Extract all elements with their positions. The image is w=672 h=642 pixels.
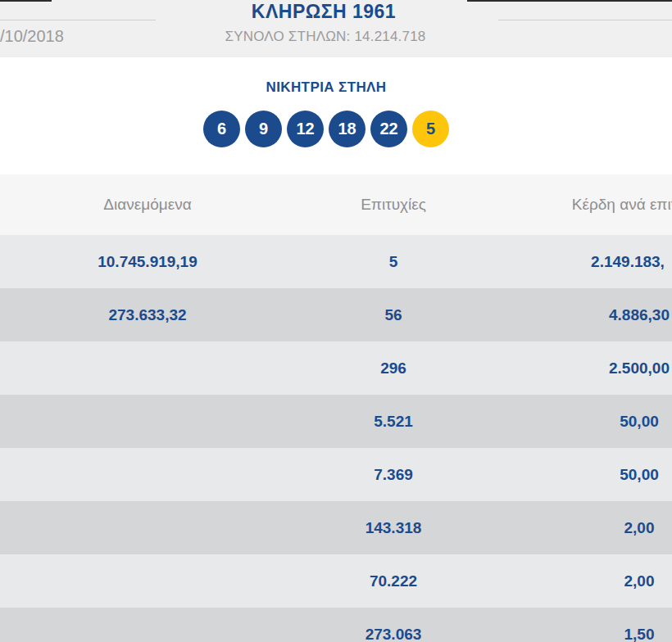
table-row: 273.0631,50 (0, 608, 672, 642)
column-header-prize: Κέρδη ανά επιτ (477, 174, 672, 235)
prize-per-winner: 50,00 (492, 448, 672, 501)
column-header-winners: Επιτυχίες (295, 174, 492, 235)
distributed-amount (0, 395, 295, 448)
bonus-number-ball: 5 (412, 111, 449, 147)
prize-per-winner: 2,00 (492, 554, 672, 608)
table-body: 10.745.919,1952.149.183,273.633,32564.88… (0, 235, 672, 642)
distributed-amount: 273.633,32 (0, 288, 295, 341)
distributed-amount (0, 554, 295, 608)
column-header-distributed: Διανεμόμενα (0, 174, 295, 235)
prize-per-winner: 50,00 (492, 395, 672, 448)
winners-count: 296 (295, 341, 492, 395)
prize-per-winner: 1,50 (492, 608, 672, 642)
winners-count: 70.222 (295, 554, 492, 608)
table-row: 5.52150,00 (0, 395, 672, 448)
winning-number-ball: 9 (245, 111, 282, 147)
distributed-amount (0, 608, 295, 642)
distributed-amount (0, 501, 295, 554)
prize-per-winner: 4.886,30 (492, 288, 672, 341)
table-row: 10.745.919,1952.149.183, (0, 235, 672, 288)
winning-number-ball: 18 (329, 111, 366, 147)
winners-count: 7.369 (295, 448, 492, 501)
table-row: 7.36950,00 (0, 448, 672, 501)
divider-line-right (498, 20, 672, 20)
winning-number-ball: 12 (287, 111, 324, 147)
winning-numbers-row: 691218225 (203, 111, 449, 147)
divider-line-left (0, 20, 156, 20)
total-columns-label: ΣΥΝΟΛΟ ΣΤΗΛΩΝ: 14.214.718 (0, 29, 651, 45)
winners-count: 5 (295, 235, 492, 288)
table-header: Διανεμόμενα Επιτυχίες Κέρδη ανά επιτ (0, 174, 672, 235)
prize-per-winner: 2.149.183, (480, 235, 672, 288)
winning-number-ball: 6 (203, 111, 240, 147)
winners-count: 143.318 (295, 501, 492, 554)
prize-per-winner: 2,00 (492, 501, 672, 554)
winning-number-ball: 22 (370, 111, 407, 147)
table-row: 70.2222,00 (0, 554, 672, 608)
distributed-amount (0, 448, 295, 501)
winners-count: 273.063 (295, 608, 492, 642)
prize-per-winner: 2.500,00 (492, 341, 672, 395)
table-row: 273.633,32564.886,30 (0, 288, 672, 341)
winners-count: 56 (295, 288, 492, 341)
table-row: 143.3182,00 (0, 501, 672, 554)
winners-count: 5.521 (295, 395, 492, 448)
table-row: 2962.500,00 (0, 341, 672, 395)
winning-column-label: ΝΙΚΗΤΡΙΑ ΣΤΗΛΗ (0, 79, 652, 96)
distributed-amount: 10.745.919,19 (0, 235, 295, 288)
distributed-amount (0, 341, 295, 395)
header-band: ΚΛΗΡΩΣΗ 1961 /10/2018 ΣΥΝΟΛΟ ΣΤΗΛΩΝ: 14.… (0, 0, 672, 57)
